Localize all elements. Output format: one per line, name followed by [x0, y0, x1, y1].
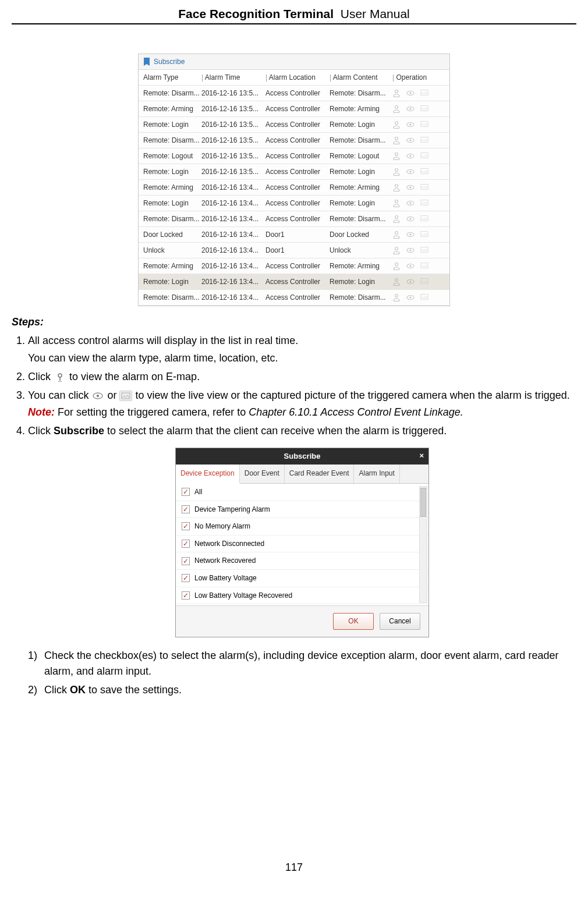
list-item[interactable]: ✓Network Disconnected [176, 536, 428, 553]
checkbox-icon[interactable]: ✓ [182, 574, 190, 582]
eye-icon[interactable] [406, 120, 415, 129]
list-item[interactable]: ✓Low Battery Voltage [176, 570, 428, 587]
checkbox-icon[interactable]: ✓ [182, 557, 190, 565]
emap-pin-icon[interactable] [392, 183, 401, 192]
cell-location: Access Controller [265, 89, 330, 97]
alarm-table-header: Alarm Type Alarm Time Alarm Location Ala… [139, 70, 449, 86]
tab-card-reader-event[interactable]: Card Reader Event [285, 465, 355, 483]
picture-icon[interactable] [420, 246, 428, 254]
table-row[interactable]: Remote: Logout2016-12-16 13:5...Access C… [139, 148, 449, 164]
table-row[interactable]: Remote: Arming2016-12-16 13:5...Access C… [139, 101, 449, 117]
substep-2-ok: OK [70, 684, 86, 696]
checkbox-icon[interactable]: ✓ [182, 540, 190, 548]
emap-pin-icon[interactable] [392, 293, 401, 302]
checkbox-icon[interactable]: ✓ [182, 522, 190, 530]
emap-pin-icon[interactable] [392, 262, 401, 270]
emap-pin-icon[interactable] [392, 136, 401, 144]
picture-icon[interactable] [420, 278, 428, 286]
cell-time: 2016-12-16 13:4... [201, 183, 265, 192]
tab-device-exception[interactable]: Device Exception [176, 465, 240, 484]
dialog-titlebar: Subscribe × [176, 448, 428, 465]
emap-pin-icon[interactable] [392, 215, 401, 223]
cell-location: Access Controller [265, 293, 330, 302]
eye-icon[interactable] [406, 89, 415, 97]
picture-icon[interactable] [420, 293, 428, 302]
cell-time: 2016-12-16 13:4... [201, 246, 265, 254]
tab-door-event[interactable]: Door Event [240, 465, 285, 483]
picture-icon[interactable] [420, 199, 428, 207]
eye-icon[interactable] [406, 293, 415, 302]
note-label: Note: [28, 406, 55, 418]
dialog-footer: OK Cancel [176, 606, 428, 637]
eye-icon[interactable] [406, 278, 415, 286]
table-row[interactable]: Remote: Arming2016-12-16 13:4...Access C… [139, 258, 449, 274]
picture-icon[interactable] [420, 136, 428, 144]
cell-time: 2016-12-16 13:5... [201, 168, 265, 176]
emap-pin-icon[interactable] [392, 168, 401, 176]
eye-icon[interactable] [406, 183, 415, 192]
picture-icon[interactable] [420, 168, 428, 176]
picture-icon[interactable] [420, 231, 428, 239]
tab-alarm-input[interactable]: Alarm Input [354, 465, 399, 483]
picture-icon[interactable] [420, 262, 428, 270]
picture-icon[interactable] [420, 183, 428, 192]
cell-operation [392, 246, 449, 254]
list-item-label: Network Disconnected [194, 538, 264, 549]
emap-pin-icon[interactable] [392, 89, 401, 97]
table-row[interactable]: Remote: Login2016-12-16 13:4...Access Co… [139, 196, 449, 211]
checkbox-icon[interactable]: ✓ [182, 488, 190, 496]
eye-icon[interactable] [406, 246, 415, 254]
table-row[interactable]: Remote: Disarm...2016-12-16 13:4...Acces… [139, 211, 449, 227]
table-row[interactable]: Remote: Arming2016-12-16 13:4...Access C… [139, 180, 449, 196]
emap-pin-icon[interactable] [392, 120, 401, 129]
emap-pin-icon[interactable] [392, 105, 401, 113]
close-icon[interactable]: × [419, 450, 424, 462]
picture-icon[interactable] [420, 89, 428, 97]
emap-pin-icon[interactable] [392, 231, 401, 239]
cell-operation [392, 278, 449, 286]
emap-pin-icon[interactable] [392, 199, 401, 207]
picture-icon[interactable] [420, 105, 428, 113]
checkbox-icon[interactable]: ✓ [182, 505, 190, 513]
eye-icon[interactable] [406, 262, 415, 270]
list-item[interactable]: ✓Network Recovered [176, 552, 428, 570]
table-row[interactable]: Remote: Login2016-12-16 13:5...Access Co… [139, 164, 449, 180]
table-row[interactable]: Door Locked2016-12-16 13:4...Door1Door L… [139, 227, 449, 243]
eye-icon [91, 391, 104, 401]
scroll-thumb[interactable] [420, 488, 426, 517]
emap-pin-icon[interactable] [392, 246, 401, 254]
picture-icon[interactable] [420, 152, 428, 160]
eye-icon[interactable] [406, 136, 415, 144]
list-item[interactable]: ✓AC Power Off [176, 604, 428, 606]
list-item[interactable]: ✓Low Battery Voltage Recovered [176, 587, 428, 605]
cell-operation [392, 215, 449, 223]
cell-type: Remote: Logout [143, 152, 201, 160]
checkbox-icon[interactable]: ✓ [182, 591, 190, 600]
table-row[interactable]: Remote: Disarm...2016-12-16 13:4...Acces… [139, 290, 449, 306]
ok-button[interactable]: OK [333, 613, 374, 630]
table-row[interactable]: Unlock2016-12-16 13:4...Door1Unlock [139, 243, 449, 258]
list-item[interactable]: ✓Device Tampering Alarm [176, 501, 428, 519]
eye-icon[interactable] [406, 215, 415, 223]
eye-icon[interactable] [406, 168, 415, 176]
col-alarm-content: Alarm Content [330, 73, 392, 81]
emap-pin-icon[interactable] [392, 278, 401, 286]
table-row[interactable]: Remote: Login2016-12-16 13:5...Access Co… [139, 117, 449, 133]
cancel-button[interactable]: Cancel [380, 613, 420, 630]
steps-section: Steps: All access control alarms will di… [12, 314, 576, 699]
eye-icon[interactable] [406, 152, 415, 160]
list-item[interactable]: ✓No Memory Alarm [176, 518, 428, 536]
picture-icon[interactable] [420, 120, 428, 129]
list-item[interactable]: ✓All [176, 484, 428, 501]
table-row[interactable]: Remote: Login2016-12-16 13:4...Access Co… [139, 274, 449, 290]
eye-icon[interactable] [406, 199, 415, 207]
emap-pin-icon[interactable] [392, 152, 401, 160]
table-row[interactable]: Remote: Disarm...2016-12-16 13:5...Acces… [139, 133, 449, 148]
subscribe-link[interactable]: Subscribe [154, 58, 185, 66]
list-item-label: No Memory Alarm [194, 521, 250, 532]
dialog-scrollbar[interactable] [419, 486, 427, 603]
eye-icon[interactable] [406, 231, 415, 239]
picture-icon[interactable] [420, 215, 428, 223]
eye-icon[interactable] [406, 105, 415, 113]
table-row[interactable]: Remote: Disarm...2016-12-16 13:5...Acces… [139, 86, 449, 101]
